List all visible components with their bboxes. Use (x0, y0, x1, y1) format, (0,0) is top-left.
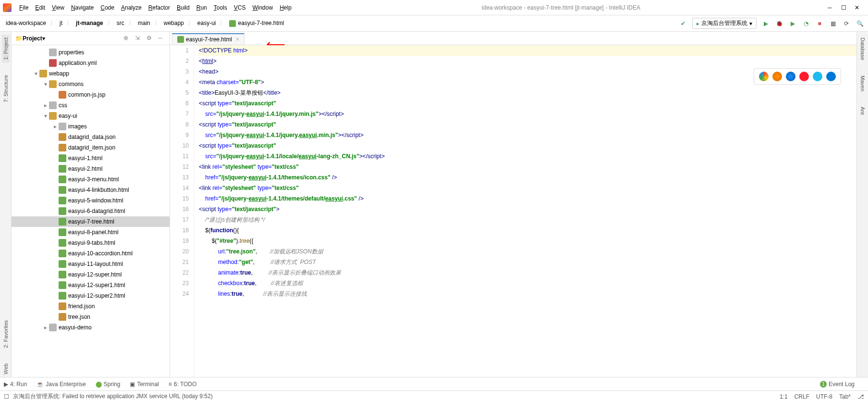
menu-window[interactable]: Window (249, 2, 276, 13)
tree-item[interactable]: easyui-10-accordion.html (12, 248, 170, 259)
tree-item[interactable]: ▾webapp (12, 68, 170, 79)
tree-item[interactable]: tree.json (12, 312, 170, 322)
tree-item[interactable]: common-js.jsp (12, 89, 170, 100)
status-message: 京淘后台管理系统: Failed to retrieve application… (13, 392, 213, 401)
tool-window-toggle-icon[interactable]: ☐ (4, 393, 9, 400)
tree-item[interactable]: friend.json (12, 301, 170, 312)
indent-setting[interactable]: Tab* (839, 393, 851, 400)
debug-icon[interactable]: 🐞 (775, 19, 783, 28)
crumb-6[interactable]: easy-ui (196, 19, 218, 27)
tab-structure[interactable]: 7: Structure (2, 72, 10, 105)
tree-item[interactable]: easyui-4-linkbutton.html (12, 185, 170, 195)
maximize-icon[interactable]: ☐ (841, 4, 848, 11)
crumb-0[interactable]: idea-workspace (4, 19, 48, 27)
tab-terminal[interactable]: ▣Terminal (130, 381, 159, 388)
close-icon[interactable]: ✕ (855, 4, 861, 11)
safari-icon[interactable] (786, 72, 795, 81)
menu-help[interactable]: Help (277, 2, 294, 13)
run-config-selector[interactable]: ▸京淘后台管理系统▾ (692, 18, 757, 29)
search-icon[interactable]: 🔍 (856, 19, 864, 28)
build-icon[interactable]: ✔ (679, 19, 687, 28)
ie-icon[interactable] (813, 72, 822, 81)
expand-all-icon[interactable]: ⇲ (135, 35, 143, 42)
menu-run[interactable]: Run (194, 2, 210, 13)
gear-icon[interactable]: ⚙ (147, 35, 154, 42)
menu-tools[interactable]: Tools (211, 2, 230, 13)
crumb-5[interactable]: webapp (162, 19, 186, 27)
menu-build[interactable]: Build (174, 2, 193, 13)
menu-analyze[interactable]: Analyze (118, 2, 145, 13)
menu-vcs[interactable]: VCS (231, 2, 249, 13)
tree-item[interactable]: application.yml (12, 58, 170, 68)
tree-item[interactable]: easyui-1.html (12, 153, 170, 163)
tree-item[interactable]: easyui-11-layout.html (12, 259, 170, 269)
tree-item[interactable]: easyui-12-super.html (12, 269, 170, 280)
tree-item[interactable]: easyui-8-panel.html (12, 227, 170, 238)
run-icon[interactable]: ▶ (761, 19, 770, 28)
app-logo-icon (3, 3, 12, 12)
tree-item[interactable]: ▸easyui-demo (12, 322, 170, 333)
tab-java-ee[interactable]: ☕Java Enterprise (37, 381, 86, 388)
crumb-7[interactable]: easyui-7-tree.html (227, 19, 286, 28)
coverage-icon[interactable]: ▶ (788, 19, 797, 28)
update-icon[interactable]: ⟳ (842, 19, 851, 28)
close-tab-icon[interactable]: × (236, 36, 239, 43)
file-encoding[interactable]: UTF-8 (816, 393, 832, 400)
tab-maven[interactable]: Maven (859, 73, 867, 94)
menu-view[interactable]: View (49, 2, 67, 13)
bottom-tool-bar: ▶4: Run ☕Java Enterprise ⬤Spring ▣Termin… (0, 377, 868, 390)
tree-item[interactable]: ▸css (12, 100, 170, 111)
tab-spring[interactable]: ⬤Spring (96, 381, 121, 388)
chrome-icon[interactable] (759, 72, 769, 81)
menu-edit[interactable]: Edit (32, 2, 48, 13)
crumb-2[interactable]: jt-manage (74, 19, 105, 27)
event-log[interactable]: 1Event Log (820, 381, 855, 388)
navigation-bar: idea-workspace〉jt〉jt-manage〉src〉main〉web… (0, 15, 868, 32)
code-editor[interactable]: 123456789101112131415161718192021222324 … (170, 45, 856, 377)
select-opened-icon[interactable]: ⊕ (123, 35, 131, 42)
tree-item[interactable]: properties (12, 47, 170, 58)
git-branch-icon[interactable]: ⎇ (857, 393, 864, 400)
menu-code[interactable]: Code (98, 2, 117, 13)
tree-item[interactable]: easyui-2.html (12, 163, 170, 174)
project-tree[interactable]: propertiesapplication.yml▾webapp▾commons… (12, 45, 170, 377)
tab-favorites[interactable]: 2: Favorites (2, 317, 10, 351)
crumb-4[interactable]: main (136, 19, 152, 27)
tab-ant[interactable]: Ant (859, 104, 867, 118)
firefox-icon[interactable] (772, 72, 782, 81)
tree-item[interactable]: easyui-3-menu.html (12, 174, 170, 185)
caret-position[interactable]: 1:1 (780, 393, 788, 400)
tree-item[interactable]: easyui-7-tree.html (12, 216, 170, 227)
menu-navigate[interactable]: Navigate (68, 2, 97, 13)
tree-item[interactable]: ▾commons (12, 79, 170, 89)
tab-todo[interactable]: ≡6: TODO (169, 381, 197, 388)
collapse-icon[interactable]: ─ (158, 35, 166, 42)
opera-icon[interactable] (799, 72, 809, 81)
crumb-3[interactable]: src (115, 19, 126, 27)
tab-project[interactable]: 1: Project (2, 35, 10, 63)
stop-icon[interactable]: ■ (815, 19, 824, 28)
tab-web[interactable]: Web (2, 361, 10, 377)
tree-item[interactable]: easyui-12-super2.html (12, 290, 170, 301)
tree-item[interactable]: ▾easy-ui (12, 111, 170, 121)
tree-item[interactable]: easyui-6-datagrid.html (12, 206, 170, 216)
tree-item[interactable]: datagrid_item.json (12, 142, 170, 153)
editor-tab[interactable]: easyui-7-tree.html × (172, 33, 245, 45)
tree-item[interactable]: easyui-9-tabs.html (12, 238, 170, 248)
tab-database[interactable]: Database (859, 35, 867, 63)
profile-icon[interactable]: ◔ (802, 19, 810, 28)
crumb-1[interactable]: jt (58, 19, 64, 27)
tab-run[interactable]: ▶4: Run (4, 381, 27, 388)
menu-file[interactable]: File (16, 2, 31, 13)
tree-item[interactable]: datagrid_data.json (12, 132, 170, 142)
minimize-icon[interactable]: ─ (828, 4, 834, 11)
line-separator[interactable]: CRLF (795, 393, 809, 400)
tree-item[interactable]: ▸images (12, 121, 170, 132)
title-bar: FileEditViewNavigateCodeAnalyzeRefactorB… (0, 0, 868, 15)
layout-icon[interactable]: ▦ (829, 19, 837, 28)
tree-item[interactable]: easyui-5-window.html (12, 195, 170, 206)
edge-icon[interactable] (826, 72, 836, 81)
tree-item[interactable]: easyui-12-super1.html (12, 280, 170, 290)
project-panel: 📁 Project ▾ ⊕ ⇲ ⚙ ─ propertiesapplicatio… (12, 32, 170, 377)
menu-refactor[interactable]: Refactor (146, 2, 173, 13)
